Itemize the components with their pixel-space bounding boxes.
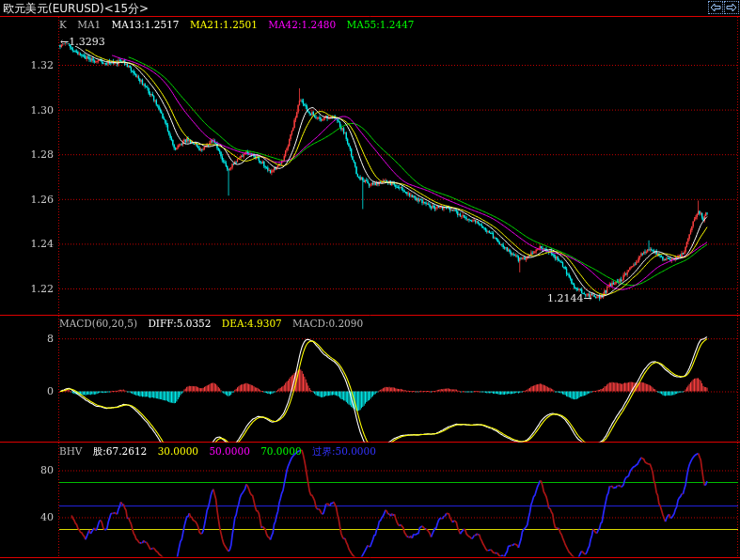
legend-k: K: [59, 19, 67, 30]
legend-macd-value: MACD:0.2090: [292, 318, 363, 329]
y-tick-label: 1.24: [0, 238, 54, 250]
y-tick-label: 8: [0, 333, 54, 345]
legend-ma55: MA55:1.2447: [347, 19, 415, 30]
nav-forward-button[interactable]: [724, 1, 739, 14]
y-tick-label: 80: [0, 464, 54, 476]
legend-macd-params: MACD(60,20,5): [59, 318, 137, 329]
legend-ma1: MA1: [77, 19, 101, 30]
bhv-legend: BHV 股:67.2612 30.0000 50.0000 70.0000 过界…: [59, 445, 384, 459]
low-price-marker: 1.2144→: [547, 292, 592, 304]
y-tick-label: 1.30: [0, 104, 54, 117]
y-tick-label: 1.26: [0, 194, 54, 206]
arrow-right-icon: [726, 3, 737, 12]
y-tick-label: 1.22: [0, 283, 54, 295]
legend-ma13: MA13:1.2517: [112, 19, 180, 30]
high-price-marker: ←1.3293: [60, 36, 105, 48]
chart-canvas[interactable]: [0, 0, 740, 560]
nav-back-button[interactable]: [708, 1, 723, 14]
legend-ma42: MA42:1.2480: [268, 19, 336, 30]
macd-legend: MACD(60,20,5) DIFF:5.0352 DEA:4.9307 MAC…: [59, 318, 370, 329]
legend-ma21: MA21:1.2501: [190, 19, 258, 30]
y-tick-label: 40: [0, 511, 54, 523]
main-chart-legend: K MA1 MA13:1.2517 MA21:1.2501 MA42:1.248…: [59, 19, 422, 30]
legend-bhv-value: 股:67.2612: [93, 445, 147, 457]
legend-bhv: BHV: [59, 445, 82, 457]
legend-crossover: 过界:50.0000: [312, 445, 376, 457]
legend-level-50: 50.0000: [209, 445, 249, 457]
arrow-left-icon: [710, 3, 721, 12]
trading-app-window: 欧元美元(EURUSD)<15分> K MA1 MA13:1.2517 MA21…: [0, 0, 740, 560]
legend-level-30: 30.0000: [158, 445, 198, 457]
nav-buttons: [708, 1, 739, 14]
legend-dea: DEA:4.9307: [222, 318, 282, 329]
legend-level-70: 70.0000: [260, 445, 301, 457]
y-tick-label: 1.32: [0, 59, 54, 71]
window-title: 欧元美元(EURUSD)<15分>: [3, 1, 149, 17]
legend-diff: DIFF:5.0352: [148, 318, 211, 329]
y-tick-label: 1.28: [0, 148, 54, 161]
y-tick-label: 0: [0, 385, 54, 397]
title-bar: 欧元美元(EURUSD)<15分>: [0, 0, 740, 16]
